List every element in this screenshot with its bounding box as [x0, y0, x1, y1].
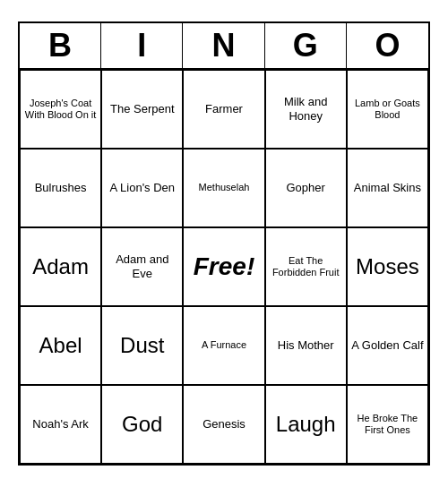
bingo-cell-7: Methuselah — [183, 149, 264, 227]
bingo-cell-5: Bulrushes — [20, 149, 101, 227]
bingo-cell-1: The Serpent — [101, 70, 183, 149]
bingo-cell-21: God — [101, 385, 183, 464]
bingo-cell-14: Moses — [347, 227, 428, 306]
bingo-cell-13: Eat The Forbidden Fruit — [265, 227, 347, 306]
bingo-cell-16: Dust — [101, 306, 183, 385]
bingo-cell-24: He Broke The First Ones — [347, 385, 428, 464]
bingo-cell-2: Farmer — [183, 70, 264, 149]
bingo-cell-23: Laugh — [265, 385, 347, 464]
bingo-cell-15: Abel — [20, 306, 101, 385]
bingo-card: BINGO Joseph's Coat With Blood On itThe … — [18, 21, 430, 466]
bingo-cell-10: Adam — [20, 227, 101, 306]
header-letter-o: O — [347, 23, 428, 68]
bingo-grid: Joseph's Coat With Blood On itThe Serpen… — [20, 70, 428, 464]
bingo-cell-19: A Golden Calf — [347, 306, 428, 385]
header-letter-i: I — [101, 23, 183, 68]
header-letter-b: B — [20, 23, 101, 68]
bingo-cell-0: Joseph's Coat With Blood On it — [20, 70, 101, 149]
bingo-cell-3: Milk and Honey — [265, 70, 347, 149]
bingo-cell-8: Gopher — [265, 149, 347, 227]
bingo-cell-22: Genesis — [183, 385, 264, 464]
bingo-cell-18: His Mother — [265, 306, 347, 385]
header-letter-n: N — [183, 23, 264, 68]
bingo-cell-20: Noah's Ark — [20, 385, 101, 464]
bingo-cell-6: A Lion's Den — [101, 149, 183, 227]
bingo-cell-9: Animal Skins — [347, 149, 428, 227]
bingo-cell-12: Free! — [183, 227, 264, 306]
header-letter-g: G — [265, 23, 347, 68]
bingo-cell-17: A Furnace — [183, 306, 264, 385]
bingo-header: BINGO — [20, 23, 428, 70]
bingo-cell-4: Lamb or Goats Blood — [347, 70, 428, 149]
bingo-cell-11: Adam and Eve — [101, 227, 183, 306]
